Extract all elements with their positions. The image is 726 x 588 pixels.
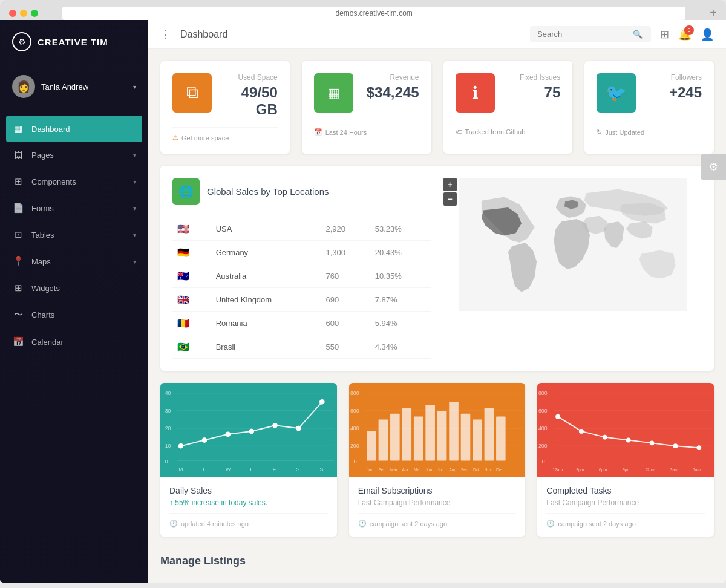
calendar-icon: 📅: [12, 336, 24, 347]
maximize-dot[interactable]: [31, 10, 38, 17]
search-bar[interactable]: 🔍: [530, 26, 651, 42]
sales-percent: 5.94%: [375, 319, 397, 328]
revenue-value: $34,245: [362, 84, 419, 101]
menu-icon[interactable]: ⋮: [160, 28, 171, 41]
chevron-down-icon: ▾: [133, 258, 136, 265]
sales-percent: 4.34%: [375, 342, 397, 351]
svg-rect-41: [449, 402, 459, 460]
fixed-issues-label: Fixed Issues: [504, 73, 561, 82]
flag-icon: 🇧🇷: [177, 341, 191, 351]
page-title: Dashboard: [180, 29, 521, 40]
grid-icon[interactable]: ⊞: [660, 28, 669, 41]
svg-point-68: [579, 429, 584, 434]
svg-text:400: 400: [538, 425, 548, 431]
notification-icon[interactable]: 🔔 3: [678, 28, 692, 41]
svg-text:200: 200: [538, 443, 548, 449]
tasks-subtitle: Last Campaign Performance: [546, 498, 705, 507]
svg-rect-39: [425, 405, 435, 460]
email-info: Email Subscriptions Last Campaign Perfor…: [349, 477, 526, 537]
sidebar-item-forms[interactable]: 📄 Forms ▾: [0, 195, 148, 221]
browser-chrome: demos.creative-tim.com +: [0, 0, 726, 20]
user-icon[interactable]: 👤: [701, 28, 714, 41]
svg-point-14: [249, 429, 254, 434]
footer-text: Get more space: [182, 134, 229, 142]
sales-number: 550: [325, 342, 339, 351]
email-title: Email Subscriptions: [358, 486, 517, 495]
sales-table: 🇺🇸 USA 2,920 53.23% 🇩🇪 Germany 1,300 20.…: [172, 217, 431, 359]
svg-text:Mar: Mar: [390, 468, 397, 472]
svg-rect-42: [460, 414, 470, 461]
daily-sales-info: Daily Sales ↑ 55% increase in today sale…: [160, 477, 337, 537]
sales-percent: 10.35%: [375, 272, 402, 281]
sidebar-item-tables[interactable]: ⊡ Tables ▾: [0, 221, 148, 248]
svg-text:20: 20: [165, 425, 171, 431]
svg-rect-43: [473, 419, 482, 460]
country-name: USA: [216, 224, 232, 234]
revenue-label: Revenue: [362, 73, 419, 82]
revenue-footer: 📅 Last 24 Hours: [314, 122, 419, 136]
sidebar-logo: ⚙ CREATIVE TIM: [0, 20, 148, 64]
svg-point-11: [178, 443, 183, 448]
map-zoom-in[interactable]: +: [443, 178, 457, 191]
sidebar-item-label: Dashboard: [31, 125, 70, 134]
country-name: Australia: [216, 272, 247, 281]
search-input[interactable]: [537, 30, 628, 39]
svg-point-13: [226, 432, 231, 437]
svg-text:Apr: Apr: [402, 468, 408, 472]
stat-card-fixed-issues: ℹ Fixed Issues 75 🏷 Tracked from Github: [443, 61, 573, 154]
used-space-info: Used Space 49/50 GB: [221, 73, 278, 118]
fixed-issues-value: 75: [504, 84, 561, 101]
svg-rect-40: [437, 411, 446, 461]
svg-point-70: [626, 438, 631, 443]
tasks-info: Completed Tasks Last Campaign Performanc…: [537, 477, 714, 537]
sidebar-item-label: Maps: [31, 257, 51, 266]
sidebar-item-maps[interactable]: 📍 Maps ▾: [0, 248, 148, 275]
new-tab-button[interactable]: +: [710, 6, 717, 20]
close-dot[interactable]: [9, 10, 16, 17]
sales-percent: 20.43%: [375, 248, 402, 257]
clock-icon: 🕐: [169, 520, 178, 528]
svg-point-72: [673, 443, 678, 448]
address-bar[interactable]: demos.creative-tim.com: [62, 7, 685, 20]
svg-rect-35: [378, 419, 388, 460]
sidebar-item-dashboard[interactable]: ▦ Dashboard: [6, 116, 142, 142]
followers-icon: 🐦: [597, 73, 636, 113]
avatar: 👩: [12, 75, 35, 98]
used-space-icon: ⧉: [172, 73, 212, 113]
globe-icon: 🌐: [172, 178, 200, 205]
svg-point-15: [273, 423, 278, 428]
sales-number: 690: [325, 295, 339, 304]
chart-card-tasks: 800 600 400 200 0: [537, 383, 714, 537]
sales-number: 2,920: [325, 224, 345, 234]
minimize-dot[interactable]: [20, 10, 27, 17]
svg-text:S: S: [296, 466, 300, 472]
svg-text:Jan: Jan: [367, 468, 373, 472]
svg-text:T: T: [249, 466, 253, 472]
charts-icon: 〜: [12, 309, 24, 321]
sidebar-item-widgets[interactable]: ⊞ Widgets: [0, 275, 148, 301]
flag-icon: 🇦🇺: [177, 270, 191, 280]
email-chart: 800 600 400 200 0: [349, 383, 526, 477]
flag-icon: 🇩🇪: [177, 247, 191, 256]
pages-icon: 🖼: [12, 150, 24, 160]
flag-icon: 🇬🇧: [177, 294, 191, 304]
sidebar-item-components[interactable]: ⊞ Components ▾: [0, 168, 148, 195]
browser-dots: [9, 10, 38, 17]
tables-icon: ⊡: [12, 229, 24, 240]
daily-sales-footer: 🕐 updated 4 minutes ago: [169, 513, 328, 528]
settings-button[interactable]: ⚙: [701, 154, 726, 180]
global-sales-title: Global Sales by Top Locations: [207, 186, 329, 197]
app-wrapper: ⚙ CREATIVE TIM 👩 Tania Andrew ▾ ▦ Dashbo…: [0, 20, 726, 583]
sidebar-item-charts[interactable]: 〜 Charts: [0, 301, 148, 328]
map-zoom-out[interactable]: −: [443, 192, 457, 206]
sidebar-user[interactable]: 👩 Tania Andrew ▾: [0, 64, 148, 109]
svg-text:30: 30: [165, 408, 171, 414]
sidebar-item-pages[interactable]: 🖼 Pages ▾: [0, 142, 148, 168]
logo-icon: ⚙: [12, 32, 31, 51]
sidebar-item-calendar[interactable]: 📅 Calendar: [0, 328, 148, 355]
fixed-issues-info: Fixed Issues 75: [504, 73, 561, 101]
svg-rect-44: [484, 408, 494, 461]
chart-card-email: 800 600 400 200 0: [349, 383, 526, 537]
footer-text: Just Updated: [605, 129, 644, 136]
chart-card-daily-sales: 40 30 20 10 0: [160, 383, 337, 537]
